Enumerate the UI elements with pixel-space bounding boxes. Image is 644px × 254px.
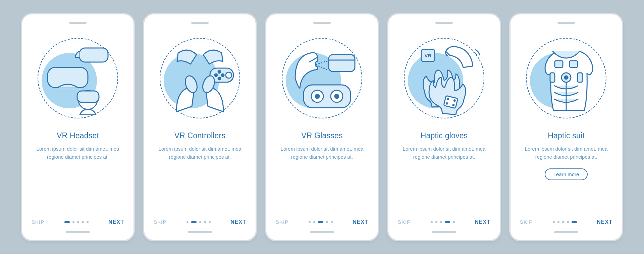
screen-title: VR Headset (57, 131, 99, 140)
learn-more-button[interactable]: Learn more (545, 168, 588, 180)
svg-rect-17 (304, 85, 351, 108)
onboarding-screen-vr-headset: VR Headset Lorem ipsum dolor sit dim ame… (21, 13, 135, 241)
screen-title: Haptic gloves (421, 131, 468, 140)
onboarding-footer: SKIP NEXT (154, 219, 246, 225)
phone-speaker (191, 22, 209, 24)
onboarding-footer: SKIP NEXT (520, 219, 612, 225)
onboarding-screen-vr-controllers: VR Controllers Lorem ipsum dolor sit dim… (143, 13, 257, 241)
phone-home-indicator (432, 231, 456, 233)
phone-speaker (557, 22, 575, 24)
phone-speaker (313, 22, 331, 24)
phone-home-indicator (188, 231, 212, 233)
svg-rect-39 (578, 73, 582, 82)
skip-button[interactable]: SKIP (32, 219, 44, 225)
screen-description: Lorem ipsum dolor sit dim amet, mea regi… (154, 145, 246, 161)
onboarding-screen-vr-glasses: VR Glasses Lorem ipsum dolor sit dim ame… (265, 13, 379, 241)
vr-controllers-icon (156, 35, 244, 122)
svg-point-31 (454, 100, 455, 101)
skip-button[interactable]: SKIP (520, 219, 533, 225)
svg-point-37 (565, 76, 568, 79)
svg-text:VR: VR (425, 53, 432, 58)
screen-title: VR Controllers (174, 131, 225, 140)
skip-button[interactable]: SKIP (276, 219, 288, 225)
svg-rect-29 (444, 96, 458, 108)
next-button[interactable]: NEXT (597, 219, 612, 225)
screen-title: VR Glasses (301, 131, 342, 140)
svg-rect-3 (77, 91, 99, 102)
phone-home-indicator (310, 231, 334, 233)
haptic-gloves-icon: VR (400, 35, 488, 122)
svg-point-20 (315, 94, 319, 98)
haptic-suit-icon (523, 35, 610, 122)
next-button[interactable]: NEXT (230, 219, 246, 225)
svg-point-8 (218, 77, 221, 80)
pagination-dots[interactable] (309, 221, 333, 223)
phone-home-indicator (554, 231, 578, 233)
screen-description: Lorem ipsum dolor sit dim amet, mea regi… (520, 145, 612, 161)
vr-headset-icon (34, 35, 121, 122)
screen-description: Lorem ipsum dolor sit dim amet, mea regi… (276, 145, 368, 161)
svg-point-7 (218, 70, 221, 73)
pagination-dots[interactable] (431, 221, 455, 223)
onboarding-footer: SKIP NEXT (276, 219, 368, 225)
next-button[interactable]: NEXT (475, 219, 490, 225)
svg-point-32 (446, 102, 448, 104)
pagination-dots[interactable] (64, 221, 89, 223)
svg-point-9 (226, 72, 232, 78)
screen-title: Haptic suit (548, 131, 585, 140)
svg-point-33 (452, 104, 454, 106)
svg-point-30 (447, 98, 449, 100)
screen-description: Lorem ipsum dolor sit dim amet, mea regi… (32, 145, 124, 161)
onboarding-screen-haptic-gloves: VR Haptic gloves Lore (387, 13, 501, 241)
svg-point-6 (221, 74, 224, 77)
screen-description: Lorem ipsum dolor sit dim amet, mea regi… (398, 145, 490, 161)
svg-rect-38 (550, 73, 555, 82)
svg-point-5 (215, 74, 217, 77)
phone-home-indicator (66, 231, 90, 233)
svg-rect-0 (79, 48, 108, 62)
skip-button[interactable]: SKIP (154, 219, 166, 225)
phone-speaker (69, 22, 87, 24)
skip-button[interactable]: SKIP (398, 219, 411, 225)
onboarding-footer: SKIP NEXT (32, 219, 124, 225)
svg-rect-35 (570, 61, 578, 67)
phone-speaker (435, 22, 453, 24)
pagination-dots[interactable] (553, 221, 577, 223)
svg-rect-34 (555, 61, 563, 67)
svg-rect-15 (329, 55, 355, 71)
pagination-dots[interactable] (186, 221, 211, 223)
svg-point-21 (335, 94, 339, 98)
vr-glasses-icon (278, 35, 366, 122)
onboarding-footer: SKIP NEXT (398, 219, 490, 225)
next-button[interactable]: NEXT (353, 219, 368, 225)
next-button[interactable]: NEXT (108, 219, 124, 225)
onboarding-screen-haptic-suit: Haptic suit Lorem ipsum dolor sit dim am… (509, 13, 623, 241)
